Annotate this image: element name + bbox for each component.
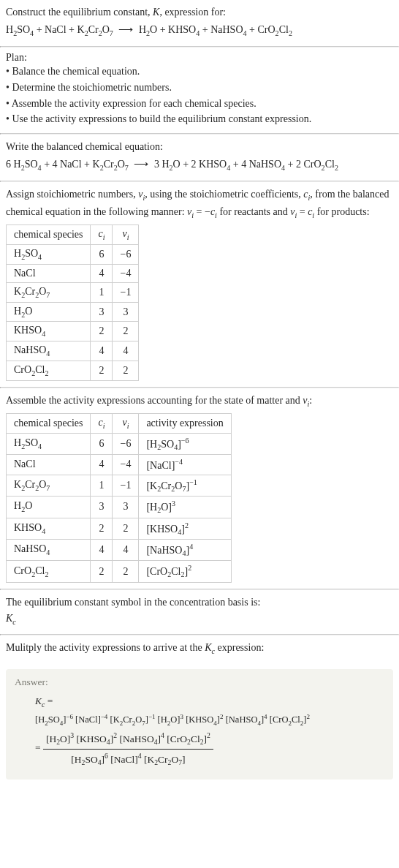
- cell-activity: [KHSO4]2: [139, 518, 231, 539]
- cell-c: 3: [91, 302, 113, 322]
- cell-nu: −6: [113, 245, 139, 265]
- numerator: [H2O]3 [KHSO4]2 [NaHSO4]4 [CrO2Cl2]2: [43, 729, 213, 750]
- cell-species: H2O: [7, 497, 91, 518]
- coeff: 4: [241, 159, 246, 170]
- species-h2o: H2O: [162, 159, 180, 170]
- intro-block: Construct the equilibrium constant, K, e…: [0, 0, 399, 46]
- cell-c: 2: [91, 361, 113, 381]
- table-row: CrO2Cl222[CrO2Cl2]2: [7, 561, 232, 582]
- cell-species: KHSO4: [7, 322, 91, 341]
- plan-item: • Assemble the activity expression for e…: [6, 96, 393, 112]
- species-nacl: NaCl: [45, 24, 66, 35]
- cell-c: 6: [91, 245, 113, 265]
- cell-c: 6: [91, 433, 113, 454]
- plus: +: [84, 159, 92, 170]
- coeff: 2: [191, 159, 197, 170]
- cell-nu: 2: [113, 322, 139, 341]
- table-row: NaCl4−4[NaCl]−4: [7, 455, 232, 475]
- th-ci: ci: [91, 413, 113, 433]
- table-row: H2O33: [7, 302, 139, 322]
- cell-species: K2Cr2O7: [7, 475, 91, 496]
- answer-label: Answer:: [15, 676, 384, 688]
- plan-item: • Use the activity expressions to build …: [6, 111, 393, 127]
- cell-activity: [H2O]3: [139, 497, 231, 518]
- species-khso4: KHSO4: [199, 159, 230, 170]
- balanced-equation: 6 H2SO4 + 4 NaCl + K2Cr2O7 ⟶ 3 H2O + 2 K…: [6, 155, 393, 175]
- answer-box: Answer: Kc = [H2SO4]−6 [NaCl]−4 [K2Cr2O7…: [6, 669, 393, 779]
- coeff: 6: [6, 159, 11, 170]
- plus: +: [44, 159, 52, 170]
- cell-c: 2: [91, 561, 113, 582]
- cell-nu: −1: [113, 475, 139, 496]
- th-species: chemical species: [7, 225, 91, 245]
- plus: +: [160, 24, 168, 35]
- plus: +: [37, 24, 45, 35]
- balanced-title: Write the balanced chemical equation:: [6, 139, 393, 155]
- cell-c: 4: [91, 264, 113, 282]
- plus: +: [202, 24, 210, 35]
- denominator: [H2SO4]6 [NaCl]4 [K2Cr2O7]: [43, 750, 213, 769]
- species-nacl: NaCl: [60, 159, 82, 170]
- cell-species: KHSO4: [7, 518, 91, 539]
- fraction: [H2O]3 [KHSO4]2 [NaHSO4]4 [CrO2Cl2]2 [H2…: [43, 729, 213, 769]
- table-header: chemical species ci νi activity expressi…: [7, 413, 232, 433]
- assign-text: Assign stoichiometric numbers, νi, using…: [6, 186, 393, 222]
- cell-species: CrO2Cl2: [7, 361, 91, 381]
- coeff: 3: [154, 159, 159, 170]
- table-row: CrO2Cl222: [7, 361, 139, 381]
- plan-title: Plan:: [6, 52, 393, 64]
- activity-title: Assemble the activity expressions accoun…: [6, 393, 393, 410]
- cell-activity: [NaCl]−4: [139, 455, 231, 475]
- cell-activity: [NaHSO4]4: [139, 540, 231, 561]
- multiply-block: Mulitply the activity expressions to arr…: [0, 635, 399, 663]
- cell-c: 3: [91, 497, 113, 518]
- cell-c: 4: [91, 540, 113, 561]
- cell-species: NaCl: [7, 264, 91, 282]
- th-activity: activity expression: [139, 413, 231, 433]
- th-ci: ci: [91, 225, 113, 245]
- cell-nu: 4: [113, 540, 139, 561]
- cell-nu: 4: [113, 341, 139, 361]
- intro-text: Construct the equilibrium constant,: [6, 7, 153, 18]
- cell-species: H2O: [7, 302, 91, 322]
- activity-table: chemical species ci νi activity expressi…: [6, 413, 232, 583]
- cell-nu: −6: [113, 433, 139, 454]
- kc-symbol: Kc: [6, 611, 393, 628]
- cell-species: NaHSO4: [7, 341, 91, 361]
- plan-item: • Balance the chemical equation.: [6, 64, 393, 80]
- cell-species: H2SO4: [7, 245, 91, 265]
- table-row: K2Cr2O71−1: [7, 282, 139, 302]
- plan-list: • Balance the chemical equation. • Deter…: [6, 64, 393, 127]
- cell-species: NaCl: [7, 455, 91, 475]
- cell-nu: 2: [113, 518, 139, 539]
- table-row: NaCl4−4: [7, 264, 139, 282]
- plus: +: [249, 24, 257, 35]
- table-row: NaHSO444: [7, 341, 139, 361]
- table-row: NaHSO444[NaHSO4]4: [7, 540, 232, 561]
- table-header: chemical species ci νi: [7, 225, 139, 245]
- th-nui: νi: [113, 225, 139, 245]
- intro-text2: , expression for:: [159, 7, 226, 18]
- table-row: H2SO46−6: [7, 245, 139, 265]
- multiply-text: Mulitply the activity expressions to arr…: [6, 640, 393, 657]
- th-nui: νi: [113, 413, 139, 433]
- assign-block: Assign stoichiometric numbers, νi, using…: [0, 182, 399, 386]
- table-row: KHSO422: [7, 322, 139, 341]
- answer-body: Kc = [H2SO4]−6 [NaCl]−4 [K2Cr2O7]−1 [H2O…: [15, 692, 384, 769]
- species-k2cr2o7: K2Cr2O7: [93, 159, 129, 170]
- unbalanced-equation: H2SO4 + NaCl + K2Cr2O7 ⟶ H2O + KHSO4 + N…: [6, 20, 393, 40]
- kc-text: The equilibrium constant symbol in the c…: [6, 595, 393, 611]
- intro-K: K: [153, 7, 159, 18]
- answer-flat-product: [H2SO4]−6 [NaCl]−4 [K2Cr2O7]−1 [H2O]3 [K…: [35, 711, 384, 729]
- cell-species: NaHSO4: [7, 540, 91, 561]
- answer-fraction-line: = [H2O]3 [KHSO4]2 [NaHSO4]4 [CrO2Cl2]2 […: [35, 729, 384, 769]
- coeff: 2: [296, 159, 301, 170]
- table-row: H2SO46−6[H2SO4]−6: [7, 433, 232, 454]
- th-species: chemical species: [7, 413, 91, 433]
- cell-activity: [K2Cr2O7]−1: [139, 475, 231, 496]
- plan-block: Plan: • Balance the chemical equation. •…: [0, 48, 399, 133]
- cell-nu: 3: [113, 497, 139, 518]
- cell-species: CrO2Cl2: [7, 561, 91, 582]
- plan-item: • Determine the stoichiometric numbers.: [6, 80, 393, 96]
- species-cro2cl2: CrO2Cl2: [303, 159, 338, 170]
